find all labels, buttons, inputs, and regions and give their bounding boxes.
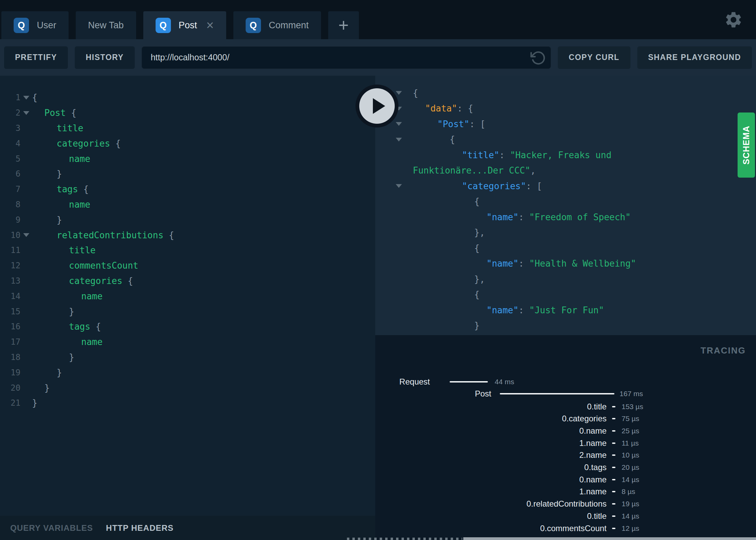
tracing-panel[interactable]: TRACING Request44 msPost167 ms0.title153… [375, 335, 756, 540]
response-pane[interactable]: {"data": {"Post": [{"title": "Hacker, Fr… [375, 76, 756, 335]
tracing-field-name: 0.relatedContributions [375, 499, 607, 509]
response-line: { [375, 240, 756, 256]
editor-line-text: } [32, 306, 74, 317]
response-json: {"data": {"Post": [{"title": "Hacker, Fr… [375, 76, 756, 335]
prettify-button[interactable]: PRETTIFY [4, 46, 68, 69]
editor-line-text: name [32, 291, 103, 301]
response-line: "data": { [375, 101, 756, 117]
reload-schema-icon[interactable] [530, 50, 546, 66]
response-line: { [375, 287, 756, 303]
query-badge-icon: Q [14, 18, 29, 33]
tracing-field-name: 0.categories [375, 414, 607, 423]
history-button[interactable]: HISTORY [75, 46, 134, 69]
tracing-duration-dash [612, 454, 615, 456]
fold-arrow-icon[interactable] [393, 184, 405, 188]
editor-line-text: commentsCount [32, 260, 139, 271]
schema-side-tab[interactable]: SCHEMA [738, 112, 755, 178]
line-number: 19 [0, 368, 20, 377]
tracing-field-time: 14 µs [622, 476, 639, 484]
toolbar: PRETTIFY HISTORY http://localhost:4000/ … [0, 39, 756, 76]
tracing-duration-bar [500, 393, 614, 394]
response-line-text: "Post": [ [405, 119, 485, 129]
tracing-field-name: 1.name [375, 487, 607, 496]
response-line-text: { [405, 196, 480, 207]
line-number: 4 [0, 139, 20, 148]
fold-arrow-icon[interactable] [20, 111, 32, 115]
response-line: "name": "Just For Fun" [375, 302, 756, 318]
settings-gear-icon[interactable] [724, 10, 743, 29]
tracing-span-label: Post [375, 389, 491, 399]
editor-line: 6} [0, 166, 375, 182]
tracing-field-row: 0.name14 µs [375, 475, 756, 485]
response-line-text: { [405, 88, 418, 98]
line-number: 12 [0, 261, 20, 270]
close-tab-icon[interactable]: × [206, 19, 214, 32]
response-line: "Post": [ [375, 116, 756, 132]
tracing-field-row: 0.commentsCount12 µs [375, 523, 756, 534]
editor-line-text: } [32, 383, 50, 393]
tracing-field-row: 0.title14 µs [375, 511, 756, 521]
response-line-text: { [405, 243, 480, 253]
execute-query-button[interactable] [355, 85, 398, 127]
horizontal-scrollbar[interactable] [463, 537, 756, 540]
tracing-field-name: 0.title [375, 402, 607, 411]
query-variables-tab[interactable]: QUERY VARIABLES [10, 523, 93, 533]
http-headers-tab[interactable]: HTTP HEADERS [106, 523, 174, 533]
editor-line-text: } [32, 352, 74, 362]
tracing-span-label: Request [375, 377, 430, 387]
line-number: 3 [0, 123, 20, 133]
editor-bottom-bar: QUERY VARIABLES HTTP HEADERS [0, 516, 375, 540]
line-number: 13 [0, 276, 20, 286]
tabs-container: QUserNew TabQPost×QComment+ [1, 11, 359, 39]
fold-arrow-icon[interactable] [20, 96, 32, 100]
line-number: 15 [0, 307, 20, 316]
response-line: "name": "Freedom of Speech" [375, 209, 756, 225]
editor-line: 12commentsCount [0, 258, 375, 273]
editor-line: 17name [0, 334, 375, 350]
tracing-duration-dash [612, 491, 615, 492]
play-icon [359, 88, 395, 124]
line-number: 21 [0, 398, 20, 408]
tab-user[interactable]: QUser [1, 11, 69, 39]
share-playground-button[interactable]: SHARE PLAYGROUND [637, 46, 752, 69]
tracing-field-row: 0.tags20 µs [375, 462, 756, 472]
editor-line: 2Post { [0, 105, 375, 121]
editor-line-text: Post { [32, 108, 76, 118]
tab-bar: QUserNew TabQPost×QComment+ [0, 0, 756, 39]
endpoint-url-value: http://localhost:4000/ [151, 52, 230, 62]
editor-line: 19} [0, 365, 375, 380]
fold-arrow-icon[interactable] [393, 138, 405, 141]
tracing-duration-dash [612, 418, 615, 419]
tracing-field-time: 20 µs [622, 463, 639, 471]
fold-arrow-icon[interactable] [20, 233, 32, 237]
copy-curl-button[interactable]: COPY CURL [558, 46, 630, 69]
tab-label: User [37, 20, 56, 31]
line-number: 1 [0, 93, 20, 102]
editor-line: 5name [0, 151, 375, 166]
response-line-text: "title": "Hacker, Freaks und [405, 150, 611, 160]
tab-label: New Tab [88, 20, 124, 31]
response-line-text: } [405, 320, 480, 331]
tracing-field-row: 0.title153 µs [375, 402, 756, 412]
query-editor-pane[interactable]: 1{2Post {3title4categories {5name6}7tags… [0, 76, 375, 516]
fold-arrow-icon[interactable] [393, 122, 405, 126]
response-line-text: Funktionäre...Der CCC", [405, 165, 536, 176]
tracing-field-name: 0.name [375, 426, 607, 436]
response-line-text: "name": "Just For Fun" [405, 305, 604, 315]
new-tab-button[interactable]: + [328, 11, 359, 39]
editor-line: 9} [0, 212, 375, 227]
tab-comment[interactable]: QComment [233, 11, 321, 39]
response-line-text: { [405, 289, 480, 300]
editor-line: 16tags { [0, 319, 375, 334]
tab-post[interactable]: QPost× [143, 11, 226, 39]
endpoint-url-input[interactable]: http://localhost:4000/ [142, 46, 551, 69]
plus-icon: + [338, 16, 349, 34]
line-number: 9 [0, 215, 20, 225]
editor-line-text: title [32, 123, 83, 133]
editor-line: 4categories { [0, 136, 375, 151]
tab-new-tab[interactable]: New Tab [76, 11, 136, 39]
response-line: }, [375, 225, 756, 241]
line-number: 6 [0, 169, 20, 179]
tracing-span-time: 44 ms [495, 378, 514, 386]
line-number: 10 [0, 230, 20, 240]
